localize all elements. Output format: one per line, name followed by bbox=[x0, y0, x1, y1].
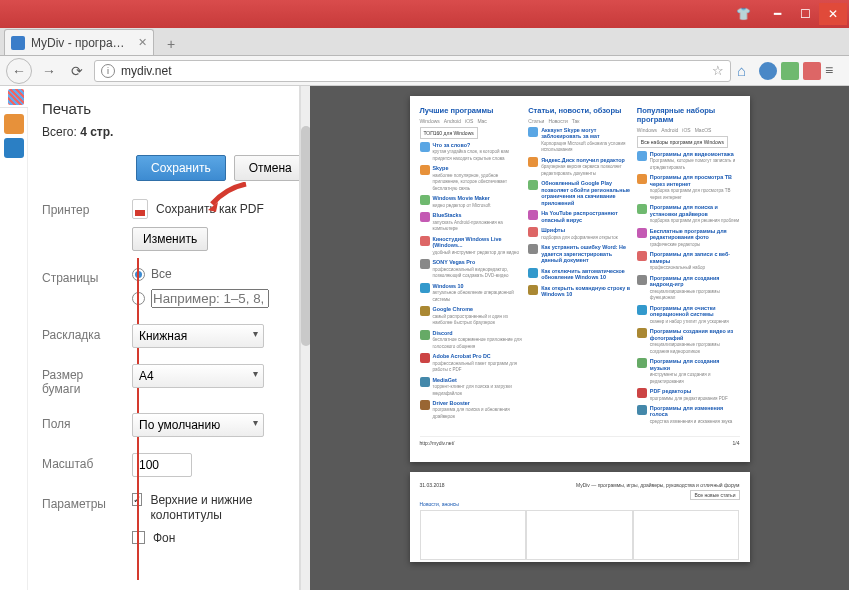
forward-button[interactable]: → bbox=[38, 60, 60, 82]
tab-strip: MyDiv - программы, иг... ✕ + bbox=[0, 28, 849, 56]
printer-destination: Сохранить как PDF bbox=[156, 202, 264, 216]
toolbar-icons: ⌂ ≡ bbox=[737, 62, 843, 80]
change-printer-button[interactable]: Изменить bbox=[132, 227, 208, 251]
tab-title: MyDiv - программы, иг... bbox=[31, 36, 132, 50]
address-bar: ← → ⟳ i mydiv.net ☆ ⌂ ≡ bbox=[0, 56, 849, 86]
tshirt-icon[interactable]: 👕 bbox=[729, 3, 757, 25]
pages-label: Страницы bbox=[42, 267, 122, 285]
url-text: mydiv.net bbox=[121, 64, 706, 78]
favicon-icon bbox=[11, 36, 25, 50]
options-label: Параметры bbox=[42, 493, 122, 511]
preview-page-2: 31.03.2018MyDiv — программы, игры, драйв… bbox=[410, 472, 750, 562]
preview-column-2: Статьи, новости, обзоры СтатьиНовостиТак… bbox=[528, 106, 631, 428]
layout-label: Раскладка bbox=[42, 324, 122, 342]
menu-icon[interactable]: ≡ bbox=[825, 62, 843, 80]
globe-icon[interactable] bbox=[759, 62, 777, 80]
sidebar-scrollbar[interactable] bbox=[300, 86, 310, 590]
print-total: Всего: 4 стр. bbox=[42, 125, 285, 139]
background-label: Фон bbox=[153, 531, 175, 545]
back-button[interactable]: ← bbox=[6, 58, 32, 84]
new-tab-button[interactable]: + bbox=[160, 33, 182, 55]
home-icon[interactable]: ⌂ bbox=[737, 62, 755, 80]
window-titlebar: 👕 ━ ☐ ✕ bbox=[0, 0, 849, 28]
pages-all-label: Все bbox=[151, 267, 172, 281]
page-sidebar bbox=[0, 108, 28, 590]
minimize-button[interactable]: ━ bbox=[763, 3, 791, 25]
extension-icon-2[interactable] bbox=[803, 62, 821, 80]
maximize-button[interactable]: ☐ bbox=[791, 3, 819, 25]
preview-column-3: Популярные наборы программ WindowsAndroi… bbox=[637, 106, 740, 428]
print-dialog: Печать Всего: 4 стр. Сохранить Отмена Пр… bbox=[28, 86, 849, 590]
margins-select[interactable]: По умолчанию bbox=[132, 413, 264, 437]
pdf-icon bbox=[132, 199, 148, 219]
cancel-button[interactable]: Отмена bbox=[234, 155, 300, 181]
extension-icon[interactable] bbox=[781, 62, 799, 80]
print-preview[interactable]: Лучшие программы WindowsAndroidiOSMac ТО… bbox=[310, 86, 849, 590]
margins-label: Поля bbox=[42, 413, 122, 431]
layout-select[interactable]: Книжная bbox=[132, 324, 264, 348]
save-button[interactable]: Сохранить bbox=[136, 155, 226, 181]
scale-label: Масштаб bbox=[42, 453, 122, 471]
bookmark-item[interactable] bbox=[8, 89, 24, 105]
site-info-icon[interactable]: i bbox=[101, 64, 115, 78]
close-window-button[interactable]: ✕ bbox=[819, 3, 847, 25]
browser-tab[interactable]: MyDiv - программы, иг... ✕ bbox=[4, 29, 154, 55]
paper-select[interactable]: A4 bbox=[132, 364, 264, 388]
url-input[interactable]: i mydiv.net ☆ bbox=[94, 60, 731, 82]
pages-range-input[interactable] bbox=[151, 289, 269, 308]
reload-button[interactable]: ⟳ bbox=[66, 60, 88, 82]
print-title: Печать bbox=[42, 100, 285, 117]
paper-label: Размер бумаги bbox=[42, 364, 122, 397]
bookmark-star-icon[interactable]: ☆ bbox=[712, 63, 724, 78]
sidebar-icon[interactable] bbox=[4, 114, 24, 134]
printer-label: Принтер bbox=[42, 199, 122, 217]
close-tab-icon[interactable]: ✕ bbox=[138, 36, 147, 49]
preview-page-1: Лучшие программы WindowsAndroidiOSMac ТО… bbox=[410, 96, 750, 462]
preview-column-1: Лучшие программы WindowsAndroidiOSMac ТО… bbox=[420, 106, 523, 428]
scale-input[interactable] bbox=[132, 453, 192, 477]
sidebar-icon[interactable] bbox=[4, 138, 24, 158]
headers-label: Верхние и нижние колонтитулы bbox=[150, 493, 285, 523]
print-settings-panel: Печать Всего: 4 стр. Сохранить Отмена Пр… bbox=[28, 86, 300, 590]
